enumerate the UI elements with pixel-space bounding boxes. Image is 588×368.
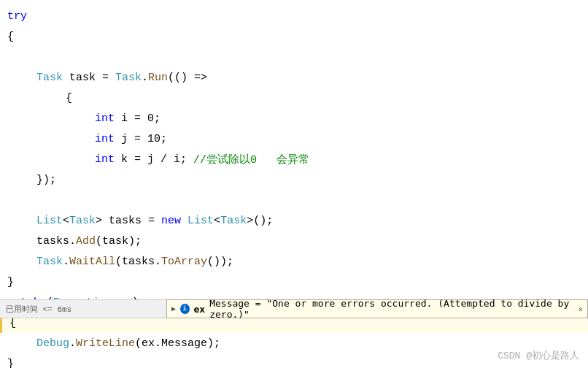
ex-label: ex [194, 304, 206, 315]
code-line: Task.WaitAll(tasks.ToArray()); [0, 251, 588, 272]
code-line: int j = 10; [0, 129, 588, 149]
branding: CSDN @初心是路人 [498, 349, 579, 362]
code-line: } [0, 272, 588, 292]
close-icon[interactable]: ✕ [578, 304, 583, 314]
info-icon: i [180, 304, 189, 314]
code-line: Task task = Task.Run(() => [0, 67, 588, 88]
code-line [0, 190, 588, 210]
code-line: { [0, 88, 588, 108]
code-line: { [0, 26, 588, 47]
code-line: try [0, 6, 588, 26]
code-line: }); [0, 169, 588, 190]
debug-timer: 已用时间 <= 6ms [6, 304, 71, 315]
message-value: Message = "One or more errors occurred. … [209, 298, 570, 320]
code-line: int i = 0; [0, 108, 588, 129]
arrow-icon: ▶ [171, 304, 176, 313]
code-line [0, 47, 588, 67]
tooltip-popup: ▶ i ex Message = "One or more errors occ… [166, 299, 588, 318]
code-line: List<Task> tasks = new List<Task>(); [0, 210, 588, 231]
code-line: int k = j / i; //尝试除以0 会异常 [0, 149, 588, 169]
code-area: try{Task task = Task.Run(() =>{int i = 0… [0, 0, 588, 368]
code-line: tasks.Add(task); [0, 231, 588, 251]
